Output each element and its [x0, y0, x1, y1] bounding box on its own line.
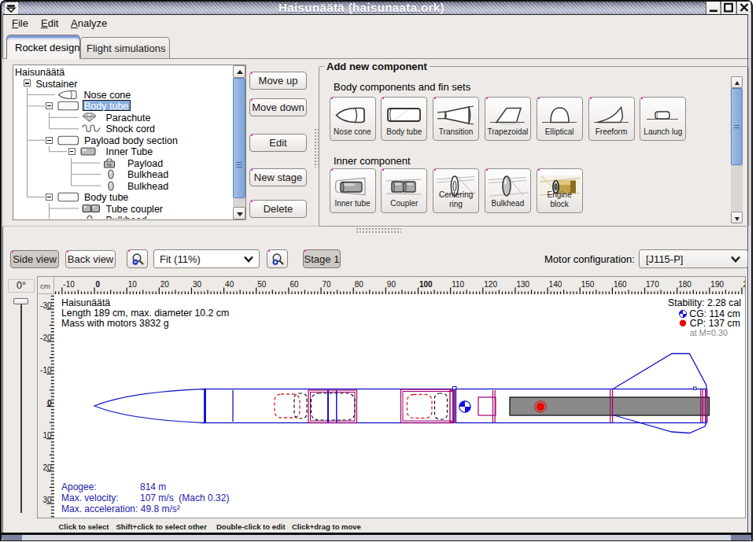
- svg-text:140: 140: [549, 280, 562, 289]
- svg-text:-10: -10: [63, 280, 75, 289]
- svg-text:20: 20: [160, 280, 170, 289]
- svg-text:20: 20: [42, 463, 52, 472]
- svg-text:200: 200: [743, 280, 746, 289]
- svg-text:Haisunäätä: Haisunäätä: [61, 297, 110, 308]
- svg-text:10: 10: [42, 431, 52, 440]
- svg-text:10: 10: [128, 280, 138, 289]
- svg-text:130: 130: [516, 280, 529, 289]
- svg-text:150: 150: [581, 280, 595, 289]
- svg-text:180: 180: [678, 280, 691, 289]
- svg-text:120: 120: [484, 280, 497, 289]
- svg-text:Max. velocity:: Max. velocity:: [61, 492, 119, 503]
- svg-text:Stability: 2.28 cal: Stability: 2.28 cal: [668, 297, 741, 308]
- svg-text:90: 90: [387, 280, 396, 289]
- svg-text:0: 0: [47, 399, 52, 407]
- svg-text:-20: -20: [40, 334, 52, 342]
- svg-text:Max. acceleration: 49.8 m/s²: Max. acceleration: 49.8 m/s²: [61, 503, 180, 514]
- svg-text:160: 160: [614, 280, 627, 289]
- svg-text:50: 50: [257, 280, 267, 289]
- svg-text:30: 30: [193, 280, 202, 289]
- svg-text:CP: 137 cm: CP: 137 cm: [690, 318, 740, 329]
- svg-text:70: 70: [323, 280, 332, 289]
- svg-text:Length 189 cm, max. diameter 1: Length 189 cm, max. diameter 10.2 cm: [61, 308, 229, 319]
- svg-text:170: 170: [646, 280, 659, 289]
- svg-text:80: 80: [355, 280, 364, 289]
- svg-text:-30: -30: [40, 301, 52, 310]
- svg-text:40: 40: [225, 280, 234, 289]
- svg-text:60: 60: [289, 280, 299, 289]
- svg-text:Apogee:: Apogee:: [61, 481, 97, 492]
- svg-text:Mass with motors 3832 g: Mass with motors 3832 g: [61, 318, 169, 329]
- svg-text:814 m: 814 m: [140, 481, 166, 492]
- svg-text:at M=0.30: at M=0.30: [690, 328, 728, 337]
- svg-text:110: 110: [452, 280, 464, 289]
- svg-text:30: 30: [42, 496, 52, 504]
- svg-text:-10: -10: [40, 366, 52, 374]
- svg-text:kg: kg: [107, 162, 112, 167]
- svg-text:0: 0: [96, 280, 101, 289]
- svg-text:100: 100: [419, 280, 433, 289]
- svg-text:107 m/s (Mach 0.32): 107 m/s (Mach 0.32): [140, 492, 229, 503]
- svg-text:190: 190: [710, 280, 724, 289]
